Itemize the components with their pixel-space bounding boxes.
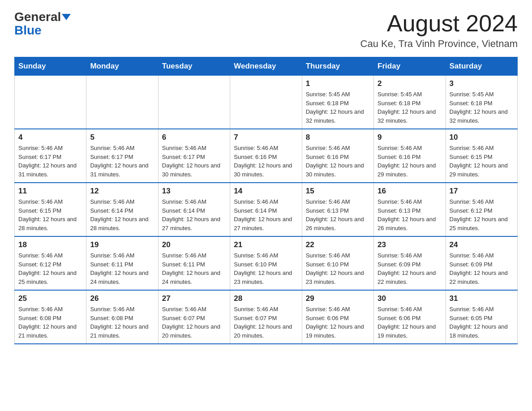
- calendar-cell: 20Sunrise: 5:46 AM Sunset: 6:11 PM Dayli…: [158, 236, 230, 290]
- calendar-cell: [158, 76, 230, 129]
- day-number: 19: [90, 240, 154, 249]
- calendar-cell: 27Sunrise: 5:46 AM Sunset: 6:07 PM Dayli…: [158, 290, 230, 344]
- day-info: Sunrise: 5:46 AM Sunset: 6:06 PM Dayligh…: [378, 305, 442, 340]
- day-info: Sunrise: 5:46 AM Sunset: 6:05 PM Dayligh…: [450, 305, 514, 340]
- calendar-cell: 2Sunrise: 5:45 AM Sunset: 6:18 PM Daylig…: [374, 76, 446, 129]
- day-number: 13: [162, 187, 226, 196]
- day-number: 25: [18, 294, 82, 303]
- day-number: 20: [162, 240, 226, 249]
- day-info: Sunrise: 5:46 AM Sunset: 6:10 PM Dayligh…: [306, 251, 370, 286]
- day-number: 1: [306, 79, 370, 88]
- day-info: Sunrise: 5:46 AM Sunset: 6:09 PM Dayligh…: [450, 251, 514, 286]
- day-info: Sunrise: 5:46 AM Sunset: 6:14 PM Dayligh…: [234, 197, 298, 232]
- title-section: August 2024 Cau Ke, Tra Vinh Province, V…: [360, 11, 518, 50]
- day-of-week-wednesday: Wednesday: [230, 57, 302, 76]
- day-number: 2: [378, 79, 442, 88]
- day-info: Sunrise: 5:46 AM Sunset: 6:13 PM Dayligh…: [378, 197, 442, 232]
- calendar-table: SundayMondayTuesdayWednesdayThursdayFrid…: [14, 57, 518, 344]
- calendar-cell: 4Sunrise: 5:46 AM Sunset: 6:17 PM Daylig…: [15, 129, 86, 183]
- week-row-2: 4Sunrise: 5:46 AM Sunset: 6:17 PM Daylig…: [15, 129, 518, 183]
- day-info: Sunrise: 5:46 AM Sunset: 6:14 PM Dayligh…: [90, 197, 154, 232]
- subtitle: Cau Ke, Tra Vinh Province, Vietnam: [360, 38, 518, 50]
- calendar-cell: 26Sunrise: 5:46 AM Sunset: 6:08 PM Dayli…: [86, 290, 158, 344]
- logo-triangle-icon: [62, 14, 71, 20]
- day-info: Sunrise: 5:46 AM Sunset: 6:08 PM Dayligh…: [90, 305, 154, 340]
- day-info: Sunrise: 5:46 AM Sunset: 6:12 PM Dayligh…: [18, 251, 82, 286]
- day-number: 7: [234, 133, 298, 142]
- calendar-cell: 6Sunrise: 5:46 AM Sunset: 6:17 PM Daylig…: [158, 129, 230, 183]
- day-number: 18: [18, 240, 82, 249]
- calendar-cell: 5Sunrise: 5:46 AM Sunset: 6:17 PM Daylig…: [86, 129, 158, 183]
- day-number: 16: [378, 187, 442, 196]
- day-of-week-saturday: Saturday: [446, 57, 517, 76]
- logo-general: General: [14, 11, 61, 23]
- day-info: Sunrise: 5:46 AM Sunset: 6:16 PM Dayligh…: [378, 144, 442, 179]
- day-number: 30: [378, 294, 442, 303]
- calendar-cell: 3Sunrise: 5:45 AM Sunset: 6:18 PM Daylig…: [446, 76, 517, 129]
- days-of-week-row: SundayMondayTuesdayWednesdayThursdayFrid…: [15, 57, 518, 76]
- day-of-week-friday: Friday: [374, 57, 446, 76]
- day-number: 15: [306, 187, 370, 196]
- calendar-cell: 30Sunrise: 5:46 AM Sunset: 6:06 PM Dayli…: [374, 290, 446, 344]
- calendar-body: 1Sunrise: 5:45 AM Sunset: 6:18 PM Daylig…: [15, 76, 518, 344]
- day-number: 12: [90, 187, 154, 196]
- week-row-4: 18Sunrise: 5:46 AM Sunset: 6:12 PM Dayli…: [15, 236, 518, 290]
- day-number: 14: [234, 187, 298, 196]
- calendar-cell: [86, 76, 158, 129]
- day-number: 8: [306, 133, 370, 142]
- calendar-cell: 14Sunrise: 5:46 AM Sunset: 6:14 PM Dayli…: [230, 183, 302, 236]
- calendar-cell: 7Sunrise: 5:46 AM Sunset: 6:16 PM Daylig…: [230, 129, 302, 183]
- week-row-1: 1Sunrise: 5:45 AM Sunset: 6:18 PM Daylig…: [15, 76, 518, 129]
- day-number: 5: [90, 133, 154, 142]
- day-number: 6: [162, 133, 226, 142]
- day-number: 27: [162, 294, 226, 303]
- main-title: August 2024: [360, 11, 518, 36]
- day-info: Sunrise: 5:46 AM Sunset: 6:16 PM Dayligh…: [234, 144, 298, 179]
- calendar-cell: 29Sunrise: 5:46 AM Sunset: 6:06 PM Dayli…: [302, 290, 373, 344]
- day-info: Sunrise: 5:46 AM Sunset: 6:09 PM Dayligh…: [378, 251, 442, 286]
- logo-blue: Blue: [14, 23, 42, 37]
- day-info: Sunrise: 5:46 AM Sunset: 6:15 PM Dayligh…: [18, 197, 82, 232]
- day-number: 31: [450, 294, 514, 303]
- day-number: 11: [18, 187, 82, 196]
- calendar-cell: 17Sunrise: 5:46 AM Sunset: 6:12 PM Dayli…: [446, 183, 517, 236]
- calendar-cell: 8Sunrise: 5:46 AM Sunset: 6:16 PM Daylig…: [302, 129, 373, 183]
- calendar-cell: 22Sunrise: 5:46 AM Sunset: 6:10 PM Dayli…: [302, 236, 373, 290]
- calendar-cell: 21Sunrise: 5:46 AM Sunset: 6:10 PM Dayli…: [230, 236, 302, 290]
- day-info: Sunrise: 5:46 AM Sunset: 6:15 PM Dayligh…: [450, 144, 514, 179]
- calendar-header: SundayMondayTuesdayWednesdayThursdayFrid…: [15, 57, 518, 76]
- day-info: Sunrise: 5:46 AM Sunset: 6:11 PM Dayligh…: [90, 251, 154, 286]
- day-number: 10: [450, 133, 514, 142]
- day-info: Sunrise: 5:46 AM Sunset: 6:14 PM Dayligh…: [162, 197, 226, 232]
- calendar-cell: 10Sunrise: 5:46 AM Sunset: 6:15 PM Dayli…: [446, 129, 517, 183]
- calendar-cell: 16Sunrise: 5:46 AM Sunset: 6:13 PM Dayli…: [374, 183, 446, 236]
- day-number: 4: [18, 133, 82, 142]
- day-number: 9: [378, 133, 442, 142]
- calendar-cell: 19Sunrise: 5:46 AM Sunset: 6:11 PM Dayli…: [86, 236, 158, 290]
- day-info: Sunrise: 5:46 AM Sunset: 6:17 PM Dayligh…: [162, 144, 226, 179]
- day-of-week-monday: Monday: [86, 57, 158, 76]
- week-row-5: 25Sunrise: 5:46 AM Sunset: 6:08 PM Dayli…: [15, 290, 518, 344]
- day-number: 3: [450, 79, 514, 88]
- day-number: 26: [90, 294, 154, 303]
- day-info: Sunrise: 5:45 AM Sunset: 6:18 PM Dayligh…: [378, 90, 442, 125]
- day-info: Sunrise: 5:45 AM Sunset: 6:18 PM Dayligh…: [450, 90, 514, 125]
- calendar-cell: 28Sunrise: 5:46 AM Sunset: 6:07 PM Dayli…: [230, 290, 302, 344]
- logo: General Blue: [14, 11, 71, 38]
- calendar-cell: 24Sunrise: 5:46 AM Sunset: 6:09 PM Dayli…: [446, 236, 517, 290]
- calendar-cell: [230, 76, 302, 129]
- calendar-cell: 18Sunrise: 5:46 AM Sunset: 6:12 PM Dayli…: [15, 236, 86, 290]
- day-info: Sunrise: 5:46 AM Sunset: 6:12 PM Dayligh…: [450, 197, 514, 232]
- calendar-cell: 12Sunrise: 5:46 AM Sunset: 6:14 PM Dayli…: [86, 183, 158, 236]
- calendar-cell: 13Sunrise: 5:46 AM Sunset: 6:14 PM Dayli…: [158, 183, 230, 236]
- calendar-cell: 9Sunrise: 5:46 AM Sunset: 6:16 PM Daylig…: [374, 129, 446, 183]
- calendar-cell: 23Sunrise: 5:46 AM Sunset: 6:09 PM Dayli…: [374, 236, 446, 290]
- day-info: Sunrise: 5:46 AM Sunset: 6:16 PM Dayligh…: [306, 144, 370, 179]
- day-info: Sunrise: 5:46 AM Sunset: 6:08 PM Dayligh…: [18, 305, 82, 340]
- day-number: 22: [306, 240, 370, 249]
- page-header: General Blue August 2024 Cau Ke, Tra Vin…: [14, 11, 518, 50]
- day-info: Sunrise: 5:46 AM Sunset: 6:11 PM Dayligh…: [162, 251, 226, 286]
- calendar-cell: 31Sunrise: 5:46 AM Sunset: 6:05 PM Dayli…: [446, 290, 517, 344]
- calendar-cell: 1Sunrise: 5:45 AM Sunset: 6:18 PM Daylig…: [302, 76, 373, 129]
- day-of-week-sunday: Sunday: [15, 57, 86, 76]
